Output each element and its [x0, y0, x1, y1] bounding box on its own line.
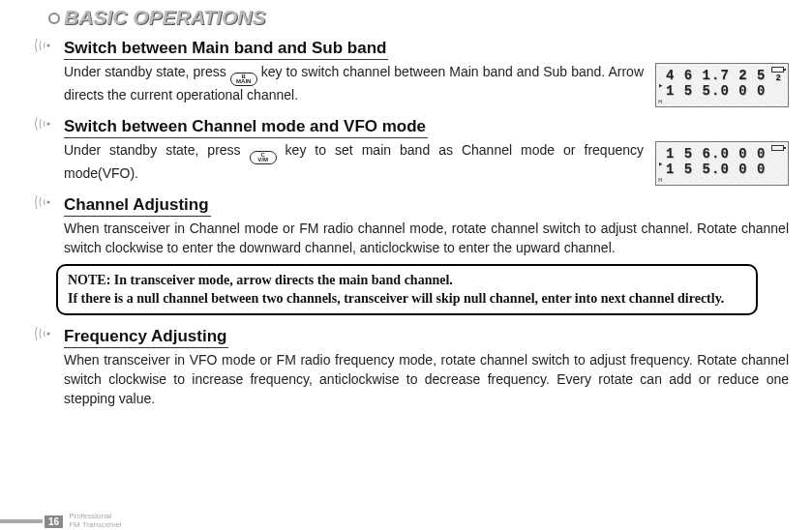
section-heading: Frequency Adjusting	[64, 327, 228, 348]
section-heading: Channel Adjusting	[64, 195, 211, 217]
page-number: 16	[45, 515, 63, 528]
note-box: NOTE: In transceiver mode, arrow directs…	[56, 264, 758, 315]
lcd-freq-main: 4 6 1.7 2 5	[666, 68, 766, 83]
lcd-display-1: 4 6 1.7 2 5 2 ▸ 1 5 5.0 0 0 н	[655, 63, 789, 107]
body-text: Under standby state, press B MAIN key to…	[64, 63, 644, 105]
body-text: Under standby state, press C V/M key to …	[64, 141, 644, 184]
key-bottom-label: MAIN	[236, 79, 251, 84]
svg-point-3	[47, 332, 50, 335]
svg-point-1	[47, 123, 50, 126]
battery-icon	[771, 67, 784, 73]
arrow-icon: ▸	[658, 160, 664, 169]
note-line-1: NOTE: In transceiver mode, arrow directs…	[68, 273, 453, 287]
body-text: When transceiver in VFO mode or FM radio…	[64, 351, 789, 409]
lcd-freq-sub: 1 5 5.0 0 0	[666, 162, 782, 177]
text-fragment: Under standby state, press	[64, 142, 250, 158]
lcd-small-indicator: н	[658, 98, 663, 105]
section-heading: Switch between Main band and Sub band	[64, 39, 388, 60]
footer-label: Professional FM Transceiver	[69, 513, 122, 530]
svg-point-2	[47, 201, 50, 204]
key-c-vm: C V/M	[250, 151, 277, 164]
section-switch-band: Switch between Main band and Sub band Un…	[23, 35, 789, 107]
lcd-small-indicator: н	[658, 176, 663, 184]
signal-icon	[33, 115, 58, 132]
lcd-channel-no: 2	[776, 74, 782, 83]
key-bottom-label: V/M	[257, 158, 268, 162]
section-frequency-adjusting: Frequency Adjusting When transceiver in …	[23, 323, 789, 409]
svg-point-0	[47, 44, 50, 47]
key-b-main: B MAIN	[230, 73, 257, 86]
lcd-freq-sub: 1 5 5.0 0 0	[666, 83, 782, 99]
lcd-display-2: 1 5 6.0 0 0 ▸ 1 5 5.0 0 0 н	[655, 141, 789, 186]
text-fragment: Under standby state, press	[64, 64, 230, 79]
section-heading: Switch between Channel mode and VFO mode	[64, 117, 428, 138]
signal-icon	[33, 37, 58, 54]
battery-icon	[771, 145, 784, 151]
body-text: When transceiver in Channel mode or FM r…	[64, 220, 789, 258]
footer-line2: FM Transceiver	[69, 521, 122, 530]
signal-icon	[33, 193, 58, 211]
note-line-2: If there is a null channel between two c…	[68, 291, 724, 306]
footer-bar	[0, 519, 43, 523]
page-footer: 16 Professional FM Transceiver	[0, 513, 122, 530]
section-channel-adjusting: Channel Adjusting When transceiver in Ch…	[23, 191, 789, 258]
arrow-icon: ▸	[658, 81, 664, 91]
section-switch-mode: Switch between Channel mode and VFO mode…	[23, 113, 789, 186]
chapter-title: BASIC OPERATIONS	[23, 6, 789, 29]
signal-icon	[33, 325, 58, 342]
lcd-freq-main: 1 5 6.0 0 0	[666, 146, 766, 162]
